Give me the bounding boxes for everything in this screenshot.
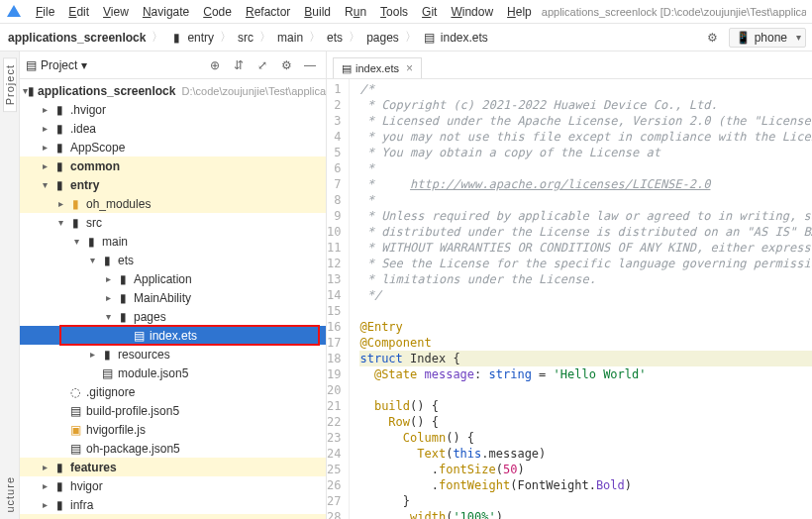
menu-edit[interactable]: Edit (62, 3, 95, 21)
tree-node-entry[interactable]: ▾▮entry (20, 175, 326, 194)
tree-node[interactable]: ▸▮infra (20, 495, 326, 514)
tree-node[interactable]: ◌.gitignore (20, 382, 326, 401)
tree-node[interactable]: ▾▮src (20, 213, 326, 232)
editor-tab-label: index.ets (355, 62, 399, 74)
settings-icon[interactable]: ⚙ (701, 26, 725, 50)
tree-node-index-ets[interactable]: ▤index.ets (20, 326, 326, 345)
tree-node[interactable]: ▣hvigorfile.js (20, 420, 326, 439)
menu-view[interactable]: View (97, 3, 135, 21)
folder-icon: ▮ (67, 216, 83, 230)
line-gutter: 1234567891011121314151617181920212223242… (327, 79, 350, 519)
project-panel-header: ▤ Project ▾ ⊕ ⇵ ⤢ ⚙ — (20, 52, 326, 79)
menu-bar: File Edit View Navigate Code Refactor Bu… (0, 0, 812, 24)
phone-icon: 📱 (736, 31, 751, 45)
tree-node[interactable]: ▸▮oh_modules (20, 194, 326, 213)
json-file-icon: ▤ (67, 404, 83, 418)
project-view-dropdown[interactable]: ▤ Project ▾ (26, 58, 87, 72)
tree-node[interactable]: ▾▮ets (20, 251, 326, 269)
gitignore-icon: ◌ (67, 385, 83, 399)
menu-run[interactable]: Run (339, 3, 372, 21)
window-context-label: applications_screenlock [D:\code\zoujunj… (542, 6, 806, 18)
tree-node[interactable]: ▤oh-package.json5 (20, 439, 326, 458)
ets-file-icon: ▤ (423, 31, 437, 45)
folder-icon: ▮ (169, 31, 183, 45)
breadcrumb-item[interactable]: ▮entry (167, 29, 216, 47)
ets-file-icon: ▤ (131, 329, 147, 343)
tree-node[interactable]: ▸▮MainAbility (20, 288, 326, 307)
tree-node[interactable]: ▤build-profile.json5 (20, 401, 326, 420)
svg-marker-0 (7, 5, 21, 17)
code-content[interactable]: /* * Copyright (c) 2021-2022 Huawei Devi… (350, 79, 812, 519)
tree-node[interactable]: ▸▮resources (20, 345, 326, 363)
breadcrumb-item[interactable]: main (275, 29, 305, 47)
project-tool-tab[interactable]: Project (3, 57, 17, 112)
folder-icon: ▮ (115, 272, 131, 286)
menu-git[interactable]: Git (416, 3, 443, 21)
code-editor[interactable]: 1234567891011121314151617181920212223242… (327, 79, 812, 519)
breadcrumb-item[interactable]: src (236, 29, 255, 47)
project-icon: ▮ (28, 84, 35, 98)
tree-root[interactable]: ▾▮applications_screenlockD:\code\zoujunj… (20, 81, 326, 100)
chevron-right-icon: 〉 (309, 29, 321, 46)
menu-build[interactable]: Build (298, 3, 337, 21)
folder-icon: ▮ (51, 103, 67, 117)
folder-icon: ▮ (99, 254, 115, 267)
expand-all-icon[interactable]: ⇵ (229, 55, 249, 75)
tree-node-common[interactable]: ▸▮common (20, 156, 326, 175)
folder-icon: ▮ (51, 479, 67, 493)
module-icon: ▮ (51, 461, 67, 474)
chevron-right-icon: 〉 (152, 29, 163, 46)
menu-help[interactable]: Help (501, 3, 538, 21)
hide-panel-icon[interactable]: — (300, 55, 320, 75)
menu-file[interactable]: File (30, 3, 60, 21)
chevron-right-icon: 〉 (349, 29, 360, 46)
json-file-icon: ▤ (99, 366, 115, 380)
editor-tab-index-ets[interactable]: ▤ index.ets × (333, 57, 422, 78)
gear-icon[interactable]: ⚙ (276, 55, 296, 75)
breadcrumb-root[interactable]: applications_screenlock (6, 29, 148, 47)
tree-node[interactable]: ▸▮hvigor (20, 476, 326, 495)
menu-tools[interactable]: Tools (374, 3, 414, 21)
tree-node[interactable]: ▸▮features (20, 458, 326, 476)
project-tree[interactable]: ▾▮applications_screenlockD:\code\zoujunj… (20, 79, 326, 519)
tree-node[interactable]: ▾▮main (20, 232, 326, 251)
chevron-right-icon: 〉 (220, 29, 232, 46)
json-file-icon: ▤ (67, 442, 83, 456)
menu-code[interactable]: Code (197, 3, 238, 21)
folder-icon: ▮ (51, 122, 67, 136)
tree-node[interactable]: ▸▮Application (20, 269, 326, 288)
folder-icon: ▮ (99, 348, 115, 362)
menu-navigate[interactable]: Navigate (137, 3, 195, 21)
tool-sidebar: Project ucture (0, 52, 20, 519)
tree-node[interactable]: ▸▮AppScope (20, 138, 326, 156)
tree-node[interactable]: ▸▮.hvigor (20, 100, 326, 119)
project-panel: ▤ Project ▾ ⊕ ⇵ ⤢ ⚙ — ▾▮applications_scr… (20, 52, 327, 519)
close-icon[interactable]: × (406, 61, 413, 75)
tree-node[interactable]: ▤module.json5 (20, 363, 326, 382)
collapse-all-icon[interactable]: ⤢ (253, 55, 272, 75)
tree-node[interactable]: ▸▮.idea (20, 119, 326, 138)
editor-area: ▤ index.ets × 12345678910111213141516171… (327, 52, 812, 519)
tree-node[interactable]: ▾▮pages (20, 307, 326, 326)
app-logo-icon (6, 4, 22, 20)
menu-refactor[interactable]: Refactor (240, 3, 296, 21)
breadcrumb-bar: applications_screenlock 〉 ▮entry 〉 src 〉… (0, 24, 812, 52)
folder-icon: ▮ (83, 235, 99, 249)
device-selector[interactable]: 📱 phone (729, 28, 806, 48)
folder-icon: ▮ (115, 310, 131, 324)
chevron-right-icon: 〉 (405, 29, 417, 46)
editor-tabs: ▤ index.ets × (327, 52, 812, 79)
workspace: Project ucture ▤ Project ▾ ⊕ ⇵ ⤢ ⚙ — ▾▮a… (0, 52, 812, 519)
folder-icon: ▮ (115, 291, 131, 305)
menu-window[interactable]: Window (445, 3, 499, 21)
js-file-icon: ▣ (67, 423, 83, 437)
tree-node[interactable]: ▸▮oh_modules (20, 514, 326, 519)
module-icon: ▮ (51, 178, 67, 192)
select-opened-icon[interactable]: ⊕ (205, 55, 225, 75)
breadcrumb-file[interactable]: ▤index.ets (421, 29, 490, 47)
breadcrumb-item[interactable]: pages (364, 29, 401, 47)
folder-icon: ▮ (51, 498, 67, 512)
breadcrumb-item[interactable]: ets (325, 29, 345, 47)
ets-file-icon: ▤ (342, 62, 352, 75)
structure-tool-tab[interactable]: ucture (4, 470, 16, 519)
